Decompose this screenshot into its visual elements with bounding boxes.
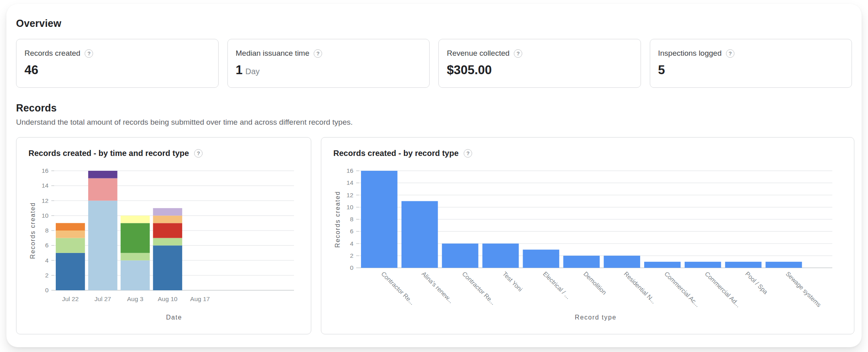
help-icon[interactable]: ? — [314, 49, 322, 58]
y-tick-label: 10 — [347, 204, 354, 210]
bar-segment — [442, 244, 479, 268]
x-axis-title: Record type — [575, 314, 617, 321]
bar-segment — [153, 216, 182, 223]
help-icon[interactable]: ? — [726, 49, 734, 58]
x-axis-title: Date — [166, 314, 182, 321]
y-tick-label: 4 — [350, 240, 353, 247]
x-tick-label: Commercial Ac... — [663, 270, 701, 308]
bar-segment — [88, 171, 118, 178]
y-tick-label: 6 — [45, 242, 49, 249]
bar-chart: 0246810121416Contractor Re...Alina's ren… — [333, 164, 842, 324]
bar-segment — [725, 262, 762, 268]
x-tick-label: Test Yoni — [501, 270, 524, 293]
stat-card-revenue-collected: Revenue collected ? $305.00 — [438, 39, 641, 88]
x-tick-label: Residential N... — [623, 270, 657, 305]
stacked-bar-chart: 0246810121416Jul 22Jul 27Aug 3Aug 10Aug … — [28, 164, 300, 324]
stat-label: Inspections logged — [658, 49, 722, 58]
stat-value: 1 — [236, 63, 243, 77]
bar-segment — [56, 231, 85, 238]
y-tick-label: 16 — [42, 167, 49, 174]
stat-label: Records created — [24, 49, 80, 58]
bar-segment — [361, 171, 397, 268]
x-tick-label: Aug 17 — [190, 295, 210, 302]
bar-segment — [153, 223, 182, 238]
x-tick-label: Demolition — [582, 270, 608, 296]
records-heading: Records — [16, 102, 852, 114]
bar-segment — [56, 223, 85, 231]
bar-segment — [604, 256, 640, 268]
y-tick-label: 4 — [45, 257, 49, 264]
y-tick-label: 16 — [347, 167, 353, 174]
bar-segment — [56, 253, 85, 290]
y-tick-label: 12 — [42, 197, 49, 204]
help-icon[interactable]: ? — [194, 149, 203, 158]
stat-unit: Day — [245, 67, 260, 76]
x-tick-label: Aug 10 — [158, 295, 178, 302]
x-tick-label: Alina's renew... — [420, 270, 454, 304]
stat-label: Revenue collected — [447, 49, 509, 58]
chart-title: Records created - by time and record typ… — [28, 149, 189, 158]
stat-card-records-created: Records created ? 46 — [16, 39, 219, 88]
stat-card-inspections-logged: Inspections logged ? 5 — [650, 39, 852, 88]
bar-segment — [483, 244, 519, 268]
bar-segment — [121, 261, 150, 291]
stat-value: $305.00 — [447, 63, 492, 77]
bar-segment — [766, 262, 802, 268]
stat-card-median-issuance-time: Median issuance time ? 1 Day — [227, 39, 430, 88]
x-tick-label: Jul 27 — [95, 295, 111, 302]
y-tick-label: 8 — [350, 216, 353, 223]
bar-segment — [88, 178, 118, 201]
y-axis-title: Records created — [29, 202, 36, 259]
records-description: Understand the total amount of records b… — [16, 118, 852, 127]
x-tick-label: Commercial Ad... — [704, 270, 742, 308]
x-tick-label: Electrical / ... — [542, 270, 572, 300]
bar-segment — [121, 216, 150, 223]
x-tick-label: Jul 22 — [62, 295, 79, 302]
help-icon[interactable]: ? — [514, 49, 522, 58]
help-icon[interactable]: ? — [464, 149, 472, 158]
charts-row: Records created - by time and record typ… — [16, 137, 852, 334]
chart-card-by-time: Records created - by time and record typ… — [16, 137, 311, 334]
bar-segment — [121, 253, 150, 261]
bar-segment — [88, 201, 118, 291]
bar-segment — [121, 223, 150, 253]
x-tick-label: Sewage systems — [785, 270, 823, 308]
x-tick-label: Aug 3 — [127, 295, 144, 302]
overview-stats-row: Records created ? 46 Median issuance tim… — [16, 39, 852, 88]
bar-segment — [563, 256, 600, 268]
bar-segment — [523, 250, 559, 268]
bar-segment — [685, 262, 721, 268]
bar-segment — [644, 262, 681, 268]
chart-title: Records created - by record type — [333, 149, 458, 158]
bar-segment — [153, 245, 182, 290]
stat-label: Median issuance time — [236, 49, 310, 58]
y-tick-label: 8 — [45, 227, 49, 234]
y-tick-label: 10 — [42, 212, 49, 219]
y-tick-label: 2 — [350, 252, 353, 259]
x-tick-label: Pool / Spa — [744, 270, 769, 295]
help-icon[interactable]: ? — [85, 49, 93, 58]
overview-heading: Overview — [16, 18, 852, 29]
stat-value: 5 — [658, 63, 665, 77]
y-tick-label: 0 — [45, 287, 49, 293]
stat-value: 46 — [24, 63, 38, 77]
y-tick-label: 14 — [42, 182, 49, 189]
y-tick-label: 0 — [350, 264, 353, 271]
y-tick-label: 2 — [45, 272, 49, 279]
y-tick-label: 14 — [347, 179, 354, 186]
bar-segment — [153, 208, 182, 216]
y-tick-label: 12 — [347, 192, 353, 198]
y-axis-title: Records created — [334, 191, 341, 247]
dashboard-panel: Overview Records created ? 46 Median iss… — [6, 4, 862, 347]
bar-segment — [153, 238, 182, 246]
y-tick-label: 6 — [350, 228, 353, 235]
chart-card-by-record-type: Records created - by record type ? 02468… — [321, 137, 854, 334]
x-tick-label: Contractor Re... — [461, 270, 497, 306]
x-tick-label: Contractor Re... — [380, 270, 416, 306]
bar-segment — [402, 201, 438, 268]
bar-segment — [56, 238, 85, 253]
